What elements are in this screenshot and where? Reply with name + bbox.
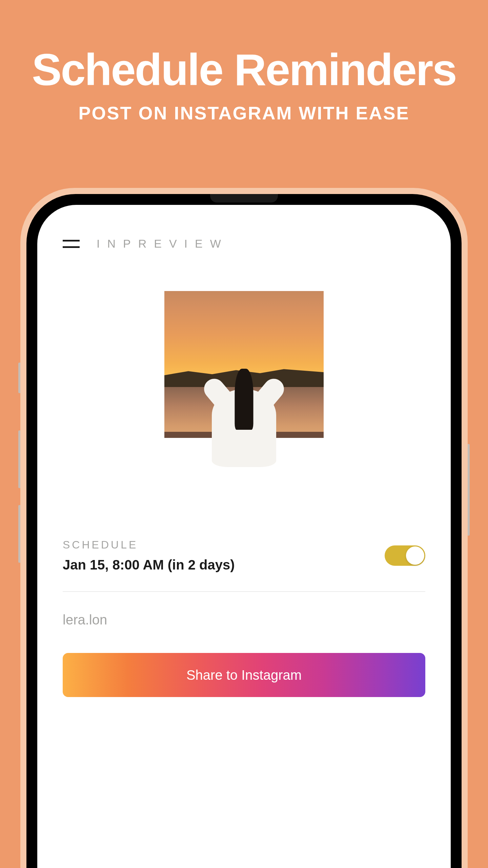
promo-title: Schedule Reminders [0,47,488,92]
caption-input[interactable]: lera.lon [63,612,425,628]
promo-subtitle: POST ON INSTAGRAM WITH EASE [0,102,488,123]
phone-notch [210,194,278,202]
caption-section[interactable]: lera.lon [63,612,425,628]
schedule-section: SCHEDULE Jan 15, 8:00 AM (in 2 days) [63,539,425,573]
app-title: INPREVIEW [97,237,228,250]
schedule-datetime: Jan 15, 8:00 AM (in 2 days) [63,557,385,573]
post-image[interactable] [164,291,324,491]
phone-power-button [468,444,470,536]
schedule-label: SCHEDULE [63,539,385,551]
menu-icon[interactable] [63,240,80,248]
toggle-knob [406,546,424,565]
phone-screen: INPREVIEW [37,205,451,868]
post-preview [63,291,425,491]
phone-frame: INPREVIEW [20,188,468,868]
phone-volume-up-button [18,430,20,488]
divider [63,591,425,592]
share-button-label: Share to Instagram [186,668,302,683]
share-to-instagram-button[interactable]: Share to Instagram [63,653,425,697]
phone-volume-down-button [18,505,20,563]
schedule-toggle[interactable] [385,545,425,566]
phone-bezel: INPREVIEW [26,194,462,868]
app-header: INPREVIEW [63,237,425,250]
schedule-info[interactable]: SCHEDULE Jan 15, 8:00 AM (in 2 days) [63,539,385,573]
phone-side-button [18,363,20,393]
promo-header: Schedule Reminders POST ON INSTAGRAM WIT… [0,0,488,123]
